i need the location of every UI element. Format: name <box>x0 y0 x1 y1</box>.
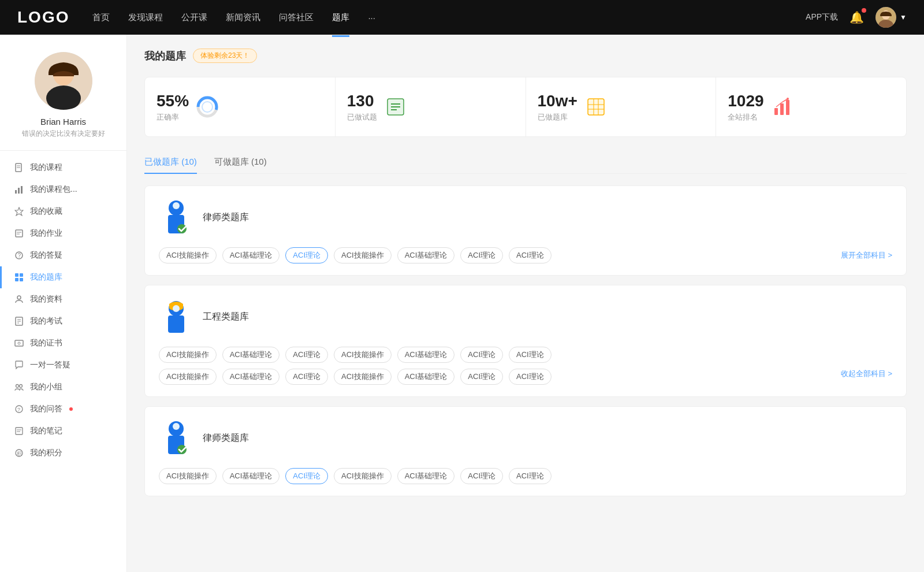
l2-tag-4[interactable]: ACI技能操作 <box>334 468 392 484</box>
stats-row: 55% 正确率 130 已做试题 <box>144 77 907 137</box>
svg-rect-11 <box>21 186 23 194</box>
file-icon <box>14 162 24 173</box>
bank-name-engineer: 工程类题库 <box>203 311 249 323</box>
tags-row-engineer-1: ACI技能操作 ACI基础理论 ACI理论 ACI技能操作 ACI基础理论 AC… <box>159 347 892 363</box>
stat-rank-label: 全站排名 <box>728 112 763 122</box>
sidebar-item-qa[interactable]: ? 我的答疑 <box>0 244 126 266</box>
nav-open-course[interactable]: 公开课 <box>181 10 207 25</box>
svg-text:积: 积 <box>17 451 22 456</box>
svg-point-28 <box>18 342 20 344</box>
stat-banks-label: 已做题库 <box>538 112 578 122</box>
stat-rank-value: 1029 <box>728 91 763 111</box>
tag-aci-skill-op2[interactable]: ACI技能操作 <box>334 247 392 263</box>
sidebar-item-my-courses[interactable]: 我的课程 <box>0 157 126 179</box>
l2-tag-6[interactable]: ACI理论 <box>460 468 503 484</box>
sidebar-item-group[interactable]: 我的小组 <box>0 376 126 398</box>
svg-rect-52 <box>774 108 778 115</box>
l2-tag-1[interactable]: ACI技能操作 <box>159 468 217 484</box>
nav-qa[interactable]: 问答社区 <box>279 10 314 25</box>
sidebar-item-exam[interactable]: 我的考试 <box>0 310 126 332</box>
svg-rect-54 <box>786 100 789 115</box>
avatar <box>875 7 896 28</box>
collapse-link-engineer[interactable]: 收起全部科目 > <box>841 369 892 385</box>
notification-icon[interactable]: 🔔 <box>850 10 864 24</box>
tags-row-lawyer: ACI技能操作 ACI基础理论 ACI理论 ACI技能操作 ACI基础理论 AC… <box>159 247 892 263</box>
qa-dot-badge <box>69 407 73 411</box>
eng-tag-r2-2[interactable]: ACI基础理论 <box>222 369 280 385</box>
tag-aci-theory-active[interactable]: ACI理论 <box>285 247 328 263</box>
eng-tag-r2-4[interactable]: ACI技能操作 <box>334 369 392 385</box>
sidebar-item-favorites[interactable]: 我的收藏 <box>0 200 126 222</box>
stat-accuracy-label: 正确率 <box>157 112 189 122</box>
sidebar-menu: 我的课程 我的课程包... 我的收藏 <box>0 151 126 470</box>
svg-rect-10 <box>18 188 20 194</box>
profile-name: Brian Harris <box>40 117 86 127</box>
tag-aci-basic-theory[interactable]: ACI基础理论 <box>222 247 280 263</box>
svg-point-57 <box>173 202 180 209</box>
l2-tag-5[interactable]: ACI基础理论 <box>397 468 455 484</box>
svg-rect-27 <box>15 340 23 346</box>
eng-tag-4[interactable]: ACI技能操作 <box>334 347 392 363</box>
exam-icon <box>14 316 24 326</box>
eng-tag-5[interactable]: ACI基础理论 <box>397 347 455 363</box>
pie-icon <box>196 95 219 118</box>
stat-questions-done: 130 已做试题 <box>336 77 526 136</box>
eng-tag-1[interactable]: ACI技能操作 <box>159 347 217 363</box>
l2-tag-2[interactable]: ACI基础理论 <box>222 468 280 484</box>
profile-motto: 错误的决定比没有决定要好 <box>22 129 105 139</box>
eng-tag-r2-5[interactable]: ACI基础理论 <box>397 369 455 385</box>
svg-point-61 <box>173 305 180 312</box>
tag-aci-basic-theory2[interactable]: ACI基础理论 <box>397 247 455 263</box>
nav-bank[interactable]: 题库 <box>332 10 349 25</box>
stat-banks-value: 10w+ <box>538 91 578 111</box>
sidebar-item-profile[interactable]: 我的资料 <box>0 288 126 310</box>
svg-point-5 <box>46 86 81 110</box>
svg-text:?: ? <box>18 252 21 259</box>
tags-row-engineer-2: ACI技能操作 ACI基础理论 ACI理论 ACI技能操作 ACI基础理论 AC… <box>159 369 892 385</box>
nav-courses[interactable]: 发现课程 <box>128 10 163 25</box>
eng-tag-r2-7[interactable]: ACI理论 <box>509 369 552 385</box>
l2-tag-7[interactable]: ACI理论 <box>509 468 552 484</box>
eng-tag-3[interactable]: ACI理论 <box>285 347 328 363</box>
sidebar-item-certificate[interactable]: 我的证书 <box>0 332 126 354</box>
eng-tag-r2-6[interactable]: ACI理论 <box>460 369 503 385</box>
tag-aci-theory3[interactable]: ACI理论 <box>509 247 552 263</box>
eng-tag-7[interactable]: ACI理论 <box>509 347 552 363</box>
sidebar-item-course-package[interactable]: 我的课程包... <box>0 179 126 200</box>
eng-tag-6[interactable]: ACI理论 <box>460 347 503 363</box>
nav-home[interactable]: 首页 <box>92 10 110 25</box>
stat-accuracy: 55% 正确率 <box>145 77 336 136</box>
app-download-button[interactable]: APP下载 <box>806 12 838 23</box>
svg-point-64 <box>173 423 180 430</box>
sidebar-item-notes[interactable]: 我的笔记 <box>0 420 126 442</box>
nav-more[interactable]: ··· <box>368 10 375 25</box>
sidebar-item-points[interactable]: 积 我的积分 <box>0 442 126 464</box>
profile-avatar <box>35 52 92 110</box>
score-icon: 积 <box>14 448 24 458</box>
svg-point-22 <box>17 296 21 299</box>
group-icon <box>14 382 24 392</box>
user-avatar-menu[interactable]: ▼ <box>875 7 907 28</box>
nav-menu: 首页 发现课程 公开课 新闻资讯 问答社区 题库 ··· <box>92 10 806 25</box>
tag-aci-theory2[interactable]: ACI理论 <box>460 247 503 263</box>
tab-done-banks[interactable]: 已做题库 (10) <box>144 151 197 173</box>
chat-icon <box>14 360 24 370</box>
star-icon <box>14 206 24 217</box>
sidebar-item-my-qa[interactable]: ? 我的问答 <box>0 398 126 420</box>
engineer-icon <box>159 297 193 337</box>
tab-available-banks[interactable]: 可做题库 (10) <box>214 151 267 173</box>
svg-point-30 <box>20 385 23 388</box>
sidebar-item-tutoring[interactable]: 一对一答疑 <box>0 354 126 376</box>
sidebar: Brian Harris 错误的决定比没有决定要好 我的课程 <box>0 35 127 572</box>
stat-questions-label: 已做试题 <box>347 112 377 122</box>
sidebar-item-question-bank[interactable]: 我的题库 <box>0 266 126 288</box>
expand-link-lawyer[interactable]: 展开全部科目 > <box>841 250 892 261</box>
sidebar-item-homework[interactable]: 我的作业 <box>0 222 126 244</box>
nav-news[interactable]: 新闻资讯 <box>226 10 260 25</box>
eng-tag-2[interactable]: ACI基础理论 <box>222 347 280 363</box>
eng-tag-r2-3[interactable]: ACI理论 <box>285 369 328 385</box>
tag-aci-skill-op[interactable]: ACI技能操作 <box>159 247 217 263</box>
l2-tag-3-active[interactable]: ACI理论 <box>285 468 328 484</box>
sheet-icon <box>584 95 608 118</box>
eng-tag-r2-1[interactable]: ACI技能操作 <box>159 369 217 385</box>
